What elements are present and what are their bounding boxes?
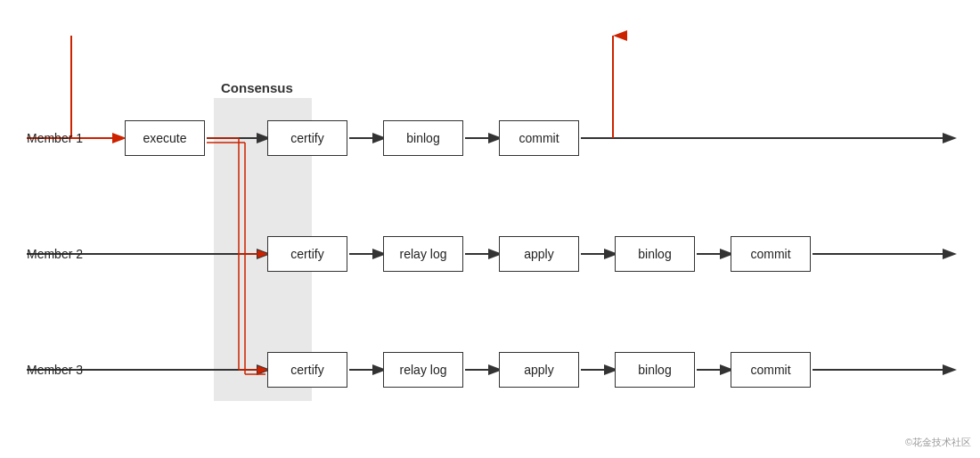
m1-certify-box: certify	[267, 120, 347, 156]
diagram: Consensus	[0, 0, 980, 458]
execute-box: execute	[125, 120, 205, 156]
m3-certify-box: certify	[267, 352, 347, 388]
watermark: ©花金技术社区	[905, 436, 971, 449]
m2-apply-box: apply	[499, 236, 579, 272]
m3-apply-box: apply	[499, 352, 579, 388]
m3-relaylog-box: relay log	[383, 352, 463, 388]
m2-binlog-box: binlog	[615, 236, 695, 272]
m3-commit-box: commit	[731, 352, 811, 388]
member2-label: Member 2	[27, 247, 83, 261]
m3-binlog-box: binlog	[615, 352, 695, 388]
arrows-svg	[0, 0, 980, 458]
member3-label: Member 3	[27, 363, 83, 377]
m2-certify-box: certify	[267, 236, 347, 272]
member1-label: Member 1	[27, 131, 83, 145]
m2-relaylog-box: relay log	[383, 236, 463, 272]
m1-binlog-box: binlog	[383, 120, 463, 156]
m2-commit-box: commit	[731, 236, 811, 272]
m1-commit-box: commit	[499, 120, 579, 156]
